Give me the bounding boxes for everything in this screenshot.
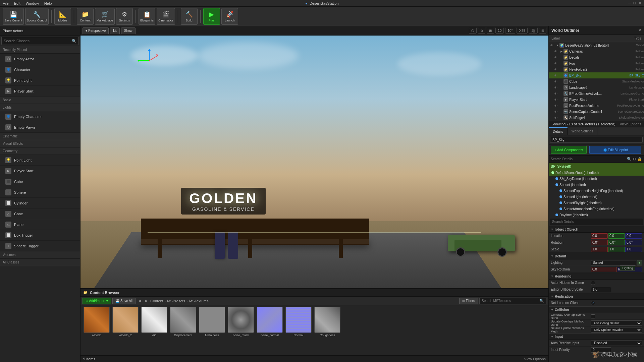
- visibility-icon[interactable]: 👁: [554, 68, 559, 71]
- location-x-input[interactable]: [591, 233, 608, 239]
- asset-item-metalness[interactable]: Metalness: [199, 307, 225, 337]
- visibility-icon[interactable]: 👁: [554, 104, 559, 108]
- tree-row-landscape2[interactable]: 👁 🗺 Landscape2 Landscape: [549, 84, 644, 90]
- filter-icon[interactable]: ⊟: [633, 157, 636, 161]
- comp-item-default-scene-root[interactable]: DefaultSceneRoot (inherited): [549, 170, 644, 176]
- gen-overlap-checkbox[interactable]: [591, 314, 595, 318]
- visibility-icon[interactable]: 👁: [554, 98, 559, 102]
- viewport-maximize-btn[interactable]: ⊞: [539, 28, 546, 34]
- breadcrumb-content[interactable]: Content: [150, 299, 163, 303]
- close-icon[interactable]: ✕: [638, 28, 641, 33]
- breadcrumb-msprests[interactable]: MSPresets: [167, 299, 185, 303]
- tree-row-soft-edge[interactable]: 👁 🦴 SoftEdge4 SkeletalMeshActor: [549, 115, 644, 121]
- comp-item-sunset-skylight[interactable]: SunsetSkylight (inherited): [549, 200, 644, 206]
- asset-item-noise-mask[interactable]: noise_mask: [227, 307, 254, 337]
- lighting-dropdown[interactable]: ▾: [637, 260, 642, 265]
- comp-item-sunset-light[interactable]: SunsetLight (inherited): [549, 194, 644, 200]
- search-details-input[interactable]: [552, 220, 641, 224]
- actor-hidden-checkbox[interactable]: [591, 281, 595, 285]
- list-item[interactable]: 👤 Empty Character: [0, 111, 80, 122]
- asset-item-roughness[interactable]: Roughness: [314, 307, 341, 337]
- location-z-input[interactable]: [625, 233, 642, 239]
- rotation-z-input[interactable]: [625, 240, 642, 245]
- list-item[interactable]: ⬛ Cube: [0, 176, 80, 187]
- list-item[interactable]: ⬡ Empty Pawn: [0, 122, 80, 133]
- details-search-input[interactable]: [551, 157, 626, 161]
- visibility-icon[interactable]: 👁: [554, 92, 559, 96]
- lock-icon[interactable]: 🔒: [637, 157, 642, 161]
- category-volumes[interactable]: Volumes: [0, 251, 80, 259]
- lighting-input[interactable]: [591, 260, 636, 265]
- rotation-x-input[interactable]: [591, 240, 608, 245]
- location-y-input[interactable]: [608, 233, 625, 239]
- play-button[interactable]: ▶ Play: [203, 8, 220, 25]
- category-visual-effects[interactable]: Visual Effects: [0, 140, 80, 147]
- viewport-grid-btn[interactable]: ⊞: [487, 28, 494, 34]
- asset-item-displacement[interactable]: Displacement: [170, 307, 197, 337]
- tree-row-world[interactable]: 👁 ▼ 🌍 DesertGasStation_01 [Editor] World: [549, 42, 644, 48]
- search-classes-bar[interactable]: 🔍: [1, 37, 79, 45]
- component-self-header[interactable]: BP_Sky(self): [549, 163, 644, 170]
- default-update-overlaps-select[interactable]: Only Update Movable: [591, 327, 642, 333]
- auto-receive-select[interactable]: Disabled: [591, 341, 642, 346]
- menu-window[interactable]: Window: [26, 1, 39, 5]
- tree-row-bp-sky[interactable]: 👁 🔷 BP_Sky BP_Sky_C: [549, 72, 644, 78]
- input-priority-input[interactable]: [591, 347, 611, 353]
- visibility-icon[interactable]: 👁: [554, 110, 559, 114]
- list-item[interactable]: ○ Sphere: [0, 187, 80, 198]
- cb-view-options[interactable]: View Options: [524, 357, 546, 361]
- tree-row-decals[interactable]: 👁 📁 Decals Folder: [549, 54, 644, 60]
- actor-name-input[interactable]: [552, 138, 640, 142]
- asset-item-albedo[interactable]: Albedo: [83, 307, 110, 337]
- comp-item-sunset-fog[interactable]: SunsetExponentialHeightFog (inherited): [549, 188, 644, 194]
- net-load-checkbox[interactable]: [591, 301, 595, 305]
- scale-z-input[interactable]: [625, 247, 642, 252]
- blueprints-button[interactable]: 📋 Blueprints: [139, 8, 155, 25]
- visibility-icon[interactable]: 👁: [554, 116, 559, 120]
- tree-row-post-process[interactable]: 👁 ⬡ PostProcessVolume PostProcessVolume: [549, 103, 644, 109]
- asset-item-albedo2[interactable]: Albedo_2: [112, 307, 139, 337]
- comp-item-sky-dome[interactable]: SM_SkyDome (inherited): [549, 176, 644, 182]
- window-close[interactable]: ✕: [638, 1, 641, 5]
- comp-item-sunset[interactable]: Sunset (inherited): [549, 182, 644, 188]
- build-button[interactable]: 🔨 Build: [181, 8, 198, 25]
- visibility-icon[interactable]: 👁: [554, 86, 559, 89]
- list-item[interactable]: ⬡ Empty Actor: [0, 54, 80, 64]
- rendering-section-header[interactable]: ▼ Rendering: [549, 273, 644, 280]
- category-all-classes[interactable]: All Classes: [0, 259, 80, 266]
- tree-row-cube[interactable]: 👁 ⬛ Cube StaticMeshActor: [549, 78, 644, 84]
- category-geometry[interactable]: Geometry: [0, 147, 80, 155]
- edit-blueprint-button[interactable]: 🔷 Edit Blueprint: [589, 146, 641, 154]
- visibility-icon[interactable]: 👁: [554, 80, 559, 83]
- viewport-camera-speed-btn[interactable]: 🎥: [529, 28, 538, 34]
- viewport-mode-button[interactable]: ▾ Perspective: [83, 27, 109, 34]
- main-viewport[interactable]: GOLDEN GASOLINE & SERVICE: [80, 36, 548, 288]
- tab-world-settings[interactable]: World Settings: [568, 127, 598, 135]
- viewport-lit-button[interactable]: Lit: [110, 27, 120, 34]
- list-item[interactable]: △ Cone: [0, 208, 80, 219]
- menu-file[interactable]: File: [3, 1, 9, 5]
- content-button[interactable]: 📁 Content: [77, 8, 94, 25]
- search-classes-input[interactable]: [4, 39, 72, 43]
- visibility-icon[interactable]: 👁: [550, 44, 555, 47]
- add-import-button[interactable]: ⊕ Add/Import ▾: [83, 298, 111, 304]
- cb-search-input[interactable]: [482, 299, 539, 303]
- tree-row-capture-cube[interactable]: 👁 📷 SceneCaptureCoube1 SceneCaptureCube: [549, 109, 644, 115]
- list-item[interactable]: ⬜ Box Trigger: [0, 230, 80, 241]
- viewport-snap-btn[interactable]: 10: [495, 28, 504, 34]
- tree-row-player-start[interactable]: 👁 ▶ Player Start PlayerStart: [549, 97, 644, 103]
- scale-y-input[interactable]: [608, 247, 625, 252]
- collision-section-header[interactable]: ▼ Collision: [549, 306, 644, 313]
- rotation-y-input[interactable]: [608, 240, 625, 245]
- visibility-icon[interactable]: 👁: [554, 74, 559, 77]
- sky-rotation-x-input[interactable]: [591, 267, 616, 272]
- viewport-scale-snap-btn[interactable]: 0.25: [517, 28, 528, 34]
- modes-button[interactable]: 📐 Modes: [54, 8, 71, 25]
- window-minimize[interactable]: ─: [628, 1, 631, 5]
- breadcrumb-mstextures[interactable]: MSTextures: [189, 299, 209, 303]
- window-maximize[interactable]: □: [633, 1, 636, 5]
- update-overlaps-select[interactable]: Use Config Default: [591, 320, 642, 326]
- list-item[interactable]: ▶ Player Start: [0, 166, 80, 176]
- default-section-header[interactable]: ▼ Default: [549, 253, 644, 259]
- list-item[interactable]: ⬜ Cylinder: [0, 198, 80, 208]
